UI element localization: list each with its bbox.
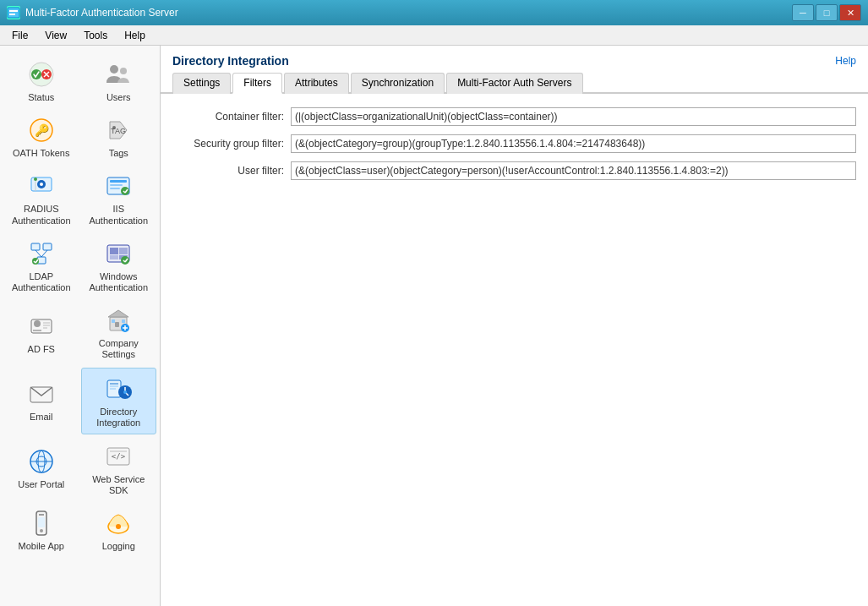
sidebar-item-oath-tokens[interactable]: 🔑 OATH Tokens — [3, 110, 79, 164]
sidebar-item-email[interactable]: Email — [3, 368, 79, 434]
sidebar-item-ad-fs[interactable]: AD FS — [3, 300, 79, 365]
svg-rect-29 — [43, 243, 52, 250]
help-link[interactable]: Help — [835, 55, 856, 67]
svg-point-45 — [34, 320, 41, 327]
sidebar-label-directory-integration: Directory Integration — [85, 407, 153, 429]
svg-line-31 — [35, 250, 41, 257]
sidebar-label-iis-auth: IIS Authentication — [85, 204, 154, 226]
sidebar-grid: Status Users — [0, 51, 160, 560]
sidebar-item-web-service-sdk[interactable]: </> Web Service SDK — [81, 436, 157, 501]
svg-point-25 — [121, 187, 129, 195]
svg-text:TAG: TAG — [111, 127, 126, 135]
app-icon — [7, 6, 20, 19]
svg-point-33 — [32, 258, 39, 265]
tab-filters[interactable]: Filters — [232, 73, 282, 94]
ldap-icon — [26, 238, 57, 269]
svg-rect-23 — [110, 184, 123, 186]
tab-attributes[interactable]: Attributes — [284, 73, 349, 94]
sidebar-item-directory-integration[interactable]: Directory Integration — [81, 368, 157, 434]
menu-tools[interactable]: Tools — [75, 28, 116, 43]
sidebar-label-ad-fs: AD FS — [28, 344, 55, 355]
sidebar-label-mobile-app: Mobile App — [19, 541, 64, 552]
svg-rect-54 — [112, 319, 115, 323]
container-filter-input[interactable] — [291, 107, 856, 126]
menu-help[interactable]: Help — [116, 28, 154, 43]
menu-view[interactable]: View — [36, 28, 75, 43]
web-service-sdk-icon: </> — [103, 441, 134, 472]
sidebar-label-company-settings: Company Settings — [85, 338, 154, 360]
sidebar-label-windows-auth: Windows Authentication — [85, 271, 154, 293]
sidebar-item-windows-auth[interactable]: Windows Authentication — [81, 233, 157, 298]
sidebar-item-tags[interactable]: TAG Tags — [81, 110, 157, 164]
sidebar-label-oath-tokens: OATH Tokens — [13, 148, 69, 159]
sidebar-label-users: Users — [106, 92, 131, 103]
logging-icon — [103, 508, 134, 538]
iis-icon — [103, 171, 134, 201]
users-icon — [103, 59, 134, 90]
user-portal-icon — [26, 446, 57, 477]
adfs-icon — [26, 311, 57, 341]
svg-rect-22 — [110, 180, 127, 183]
security-group-filter-row: Security group filter: — [172, 134, 856, 153]
tab-mfa-servers[interactable]: Multi-Factor Auth Servers — [446, 73, 582, 94]
svg-line-32 — [41, 250, 47, 257]
sidebar-item-status[interactable]: Status — [3, 54, 79, 108]
email-icon — [26, 379, 57, 409]
svg-text:🔑: 🔑 — [34, 123, 49, 138]
status-icon — [26, 59, 57, 90]
sidebar-item-logging[interactable]: Logging — [81, 503, 157, 557]
tags-icon: TAG — [103, 115, 134, 145]
svg-rect-77 — [38, 517, 45, 527]
title-bar-left: Multi-Factor Authentication Server — [7, 6, 178, 19]
content-area: Directory Integration Help Settings Filt… — [161, 46, 868, 606]
svg-point-76 — [40, 529, 43, 532]
mobile-app-icon — [26, 508, 57, 538]
close-button[interactable]: ✕ — [839, 4, 861, 21]
svg-point-10 — [110, 65, 118, 74]
sidebar-label-email: Email — [30, 412, 53, 423]
minimize-button[interactable]: ─ — [792, 4, 814, 21]
radius-icon — [26, 171, 57, 201]
user-filter-label: User filter: — [172, 165, 291, 177]
sidebar-label-user-portal: User Portal — [18, 479, 64, 490]
tabs-bar: Settings Filters Attributes Synchronizat… — [161, 71, 868, 94]
menu-file[interactable]: File — [3, 28, 36, 43]
container-filter-row: Container filter: — [172, 107, 856, 126]
sidebar-item-user-portal[interactable]: User Portal — [3, 436, 79, 501]
user-filter-input[interactable] — [291, 161, 856, 180]
window-controls: ─ □ ✕ — [792, 4, 861, 21]
svg-rect-2 — [9, 14, 15, 15]
filters-panel: Container filter: Security group filter:… — [161, 94, 868, 606]
sidebar-item-company-settings[interactable]: Company Settings — [81, 300, 157, 365]
sidebar-item-iis-auth[interactable]: IIS Authentication — [81, 166, 157, 231]
svg-marker-51 — [108, 310, 128, 317]
sidebar-label-status: Status — [28, 92, 54, 103]
svg-point-79 — [116, 524, 121, 529]
restore-button[interactable]: □ — [816, 4, 838, 21]
sidebar-item-radius-auth[interactable]: RADIUS Authentication — [3, 166, 79, 231]
svg-rect-1 — [9, 10, 18, 12]
security-group-filter-label: Security group filter: — [172, 138, 291, 150]
sidebar-item-ldap-auth[interactable]: LDAP Authentication — [3, 233, 79, 298]
sidebar-label-logging: Logging — [102, 541, 135, 552]
svg-point-19 — [34, 177, 37, 181]
company-settings-icon — [103, 305, 134, 336]
sidebar-item-users[interactable]: Users — [81, 54, 157, 108]
sidebar-label-ldap-auth: LDAP Authentication — [7, 271, 76, 293]
sidebar-item-mobile-app[interactable]: Mobile App — [3, 503, 79, 557]
svg-rect-37 — [110, 248, 118, 254]
svg-point-66 — [123, 390, 127, 394]
security-group-filter-input[interactable] — [291, 134, 856, 153]
svg-rect-28 — [31, 243, 40, 250]
sidebar-label-radius-auth: RADIUS Authentication — [7, 204, 76, 226]
tab-settings[interactable]: Settings — [172, 73, 231, 94]
container-filter-label: Container filter: — [172, 111, 291, 123]
svg-rect-0 — [8, 8, 19, 18]
svg-rect-53 — [122, 319, 125, 323]
svg-point-41 — [121, 256, 129, 265]
svg-text:</>: </> — [112, 452, 126, 461]
tab-synchronization[interactable]: Synchronization — [351, 73, 445, 94]
sidebar-label-web-service-sdk: Web Service SDK — [85, 474, 154, 496]
main-layout: Status Users — [0, 46, 868, 606]
page-title: Directory Integration — [172, 54, 289, 68]
